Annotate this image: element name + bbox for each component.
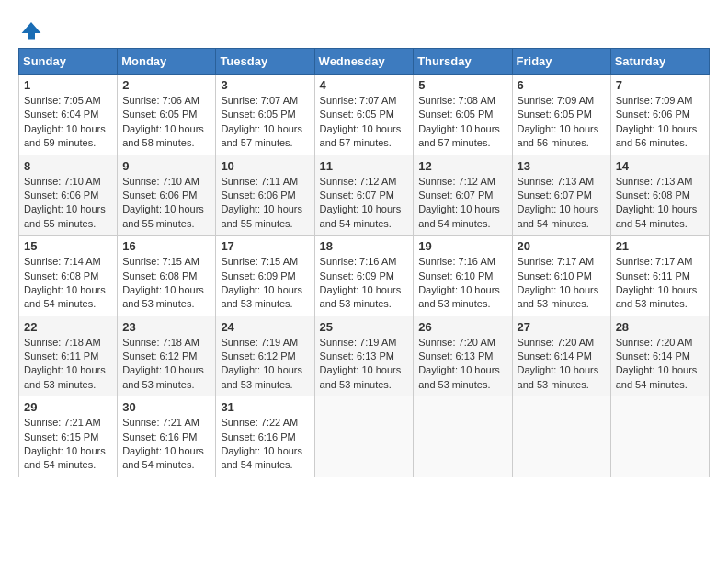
day-info: Sunrise: 7:13 AM Sunset: 6:08 PM Dayligh… <box>616 175 704 232</box>
day-info: Sunrise: 7:15 AM Sunset: 6:08 PM Dayligh… <box>122 255 210 312</box>
day-header-friday: Friday <box>512 49 610 75</box>
day-number: 13 <box>518 159 606 173</box>
day-number: 27 <box>518 320 606 334</box>
calendar-cell: 9 Sunrise: 7:10 AM Sunset: 6:06 PM Dayli… <box>118 155 216 236</box>
day-number: 7 <box>616 78 704 92</box>
day-info: Sunrise: 7:12 AM Sunset: 6:07 PM Dayligh… <box>320 175 409 232</box>
day-info: Sunrise: 7:17 AM Sunset: 6:11 PM Dayligh… <box>616 255 704 312</box>
day-header-tuesday: Tuesday <box>216 49 314 75</box>
calendar-cell: 14 Sunrise: 7:13 AM Sunset: 6:08 PM Dayl… <box>610 155 709 236</box>
day-number: 21 <box>616 239 704 253</box>
calendar-week-2: 8 Sunrise: 7:10 AM Sunset: 6:06 PM Dayli… <box>19 155 710 236</box>
calendar-cell: 24 Sunrise: 7:19 AM Sunset: 6:12 PM Dayl… <box>216 316 314 396</box>
day-number: 12 <box>418 159 506 173</box>
day-info: Sunrise: 7:19 AM Sunset: 6:12 PM Dayligh… <box>221 336 309 393</box>
day-number: 9 <box>122 159 210 173</box>
calendar-cell: 25 Sunrise: 7:19 AM Sunset: 6:13 PM Dayl… <box>314 316 414 396</box>
day-number: 26 <box>418 320 506 334</box>
day-header-thursday: Thursday <box>414 49 512 75</box>
calendar-cell: 4 Sunrise: 7:07 AM Sunset: 6:05 PM Dayli… <box>314 75 414 155</box>
day-info: Sunrise: 7:16 AM Sunset: 6:09 PM Dayligh… <box>320 255 409 312</box>
calendar-cell: 17 Sunrise: 7:15 AM Sunset: 6:09 PM Dayl… <box>216 236 314 316</box>
day-info: Sunrise: 7:20 AM Sunset: 6:14 PM Dayligh… <box>518 336 606 393</box>
day-number: 8 <box>24 159 112 173</box>
day-info: Sunrise: 7:21 AM Sunset: 6:15 PM Dayligh… <box>24 416 112 473</box>
day-info: Sunrise: 7:18 AM Sunset: 6:11 PM Dayligh… <box>24 336 112 393</box>
day-number: 18 <box>320 239 409 253</box>
calendar-cell: 5 Sunrise: 7:08 AM Sunset: 6:05 PM Dayli… <box>414 75 512 155</box>
day-info: Sunrise: 7:14 AM Sunset: 6:08 PM Dayligh… <box>24 255 112 312</box>
calendar-cell: 31 Sunrise: 7:22 AM Sunset: 6:16 PM Dayl… <box>216 396 314 477</box>
day-number: 30 <box>122 400 210 414</box>
calendar-cell: 15 Sunrise: 7:14 AM Sunset: 6:08 PM Dayl… <box>19 236 118 316</box>
calendar-week-3: 15 Sunrise: 7:14 AM Sunset: 6:08 PM Dayl… <box>19 236 710 316</box>
calendar-cell <box>610 396 709 477</box>
calendar-cell: 23 Sunrise: 7:18 AM Sunset: 6:12 PM Dayl… <box>118 316 216 396</box>
day-info: Sunrise: 7:22 AM Sunset: 6:16 PM Dayligh… <box>221 416 309 473</box>
calendar-cell: 10 Sunrise: 7:11 AM Sunset: 6:06 PM Dayl… <box>216 155 314 236</box>
day-info: Sunrise: 7:10 AM Sunset: 6:06 PM Dayligh… <box>24 175 112 232</box>
day-info: Sunrise: 7:18 AM Sunset: 6:12 PM Dayligh… <box>122 336 210 393</box>
calendar-cell <box>314 396 414 477</box>
day-info: Sunrise: 7:09 AM Sunset: 6:06 PM Dayligh… <box>616 94 704 151</box>
day-info: Sunrise: 7:20 AM Sunset: 6:13 PM Dayligh… <box>418 336 506 393</box>
day-number: 3 <box>221 78 309 92</box>
day-info: Sunrise: 7:15 AM Sunset: 6:09 PM Dayligh… <box>221 255 309 312</box>
day-info: Sunrise: 7:10 AM Sunset: 6:06 PM Dayligh… <box>122 175 210 232</box>
day-number: 15 <box>24 239 112 253</box>
day-info: Sunrise: 7:20 AM Sunset: 6:14 PM Dayligh… <box>616 336 704 393</box>
day-number: 31 <box>221 400 309 414</box>
calendar-cell: 11 Sunrise: 7:12 AM Sunset: 6:07 PM Dayl… <box>314 155 414 236</box>
calendar-header-row: SundayMondayTuesdayWednesdayThursdayFrid… <box>19 49 710 75</box>
day-number: 5 <box>418 78 506 92</box>
calendar-cell: 3 Sunrise: 7:07 AM Sunset: 6:05 PM Dayli… <box>216 75 314 155</box>
calendar-cell: 8 Sunrise: 7:10 AM Sunset: 6:06 PM Dayli… <box>19 155 118 236</box>
day-number: 4 <box>320 78 409 92</box>
day-info: Sunrise: 7:21 AM Sunset: 6:16 PM Dayligh… <box>122 416 210 473</box>
calendar-week-1: 1 Sunrise: 7:05 AM Sunset: 6:04 PM Dayli… <box>19 75 710 155</box>
calendar-cell: 7 Sunrise: 7:09 AM Sunset: 6:06 PM Dayli… <box>610 75 709 155</box>
day-info: Sunrise: 7:16 AM Sunset: 6:10 PM Dayligh… <box>418 255 506 312</box>
calendar-cell: 26 Sunrise: 7:20 AM Sunset: 6:13 PM Dayl… <box>414 316 512 396</box>
day-header-monday: Monday <box>118 49 216 75</box>
day-number: 28 <box>616 320 704 334</box>
calendar-cell: 27 Sunrise: 7:20 AM Sunset: 6:14 PM Dayl… <box>512 316 610 396</box>
day-info: Sunrise: 7:11 AM Sunset: 6:06 PM Dayligh… <box>221 175 309 232</box>
day-info: Sunrise: 7:07 AM Sunset: 6:05 PM Dayligh… <box>320 94 409 151</box>
day-info: Sunrise: 7:12 AM Sunset: 6:07 PM Dayligh… <box>418 175 506 232</box>
day-number: 29 <box>24 400 112 414</box>
day-info: Sunrise: 7:07 AM Sunset: 6:05 PM Dayligh… <box>221 94 309 151</box>
calendar-cell: 20 Sunrise: 7:17 AM Sunset: 6:10 PM Dayl… <box>512 236 610 316</box>
day-number: 10 <box>221 159 309 173</box>
calendar-week-4: 22 Sunrise: 7:18 AM Sunset: 6:11 PM Dayl… <box>19 316 710 396</box>
day-info: Sunrise: 7:13 AM Sunset: 6:07 PM Dayligh… <box>518 175 606 232</box>
day-number: 14 <box>616 159 704 173</box>
day-header-wednesday: Wednesday <box>314 49 414 75</box>
calendar-cell: 16 Sunrise: 7:15 AM Sunset: 6:08 PM Dayl… <box>118 236 216 316</box>
calendar-cell: 13 Sunrise: 7:13 AM Sunset: 6:07 PM Dayl… <box>512 155 610 236</box>
day-number: 2 <box>122 78 210 92</box>
day-number: 25 <box>320 320 409 334</box>
calendar-cell: 19 Sunrise: 7:16 AM Sunset: 6:10 PM Dayl… <box>414 236 512 316</box>
day-info: Sunrise: 7:09 AM Sunset: 6:05 PM Dayligh… <box>518 94 606 151</box>
calendar-cell: 12 Sunrise: 7:12 AM Sunset: 6:07 PM Dayl… <box>414 155 512 236</box>
calendar-cell: 28 Sunrise: 7:20 AM Sunset: 6:14 PM Dayl… <box>610 316 709 396</box>
day-info: Sunrise: 7:17 AM Sunset: 6:10 PM Dayligh… <box>518 255 606 312</box>
day-number: 6 <box>518 78 606 92</box>
calendar-table: SundayMondayTuesdayWednesdayThursdayFrid… <box>18 48 710 477</box>
day-info: Sunrise: 7:08 AM Sunset: 6:05 PM Dayligh… <box>418 94 506 151</box>
day-number: 17 <box>221 239 309 253</box>
calendar-cell: 6 Sunrise: 7:09 AM Sunset: 6:05 PM Dayli… <box>512 75 610 155</box>
day-number: 22 <box>24 320 112 334</box>
calendar-cell: 1 Sunrise: 7:05 AM Sunset: 6:04 PM Dayli… <box>19 75 118 155</box>
page-header <box>18 18 710 40</box>
day-number: 19 <box>418 239 506 253</box>
day-header-sunday: Sunday <box>19 49 118 75</box>
day-info: Sunrise: 7:06 AM Sunset: 6:05 PM Dayligh… <box>122 94 210 151</box>
calendar-cell <box>414 396 512 477</box>
calendar-cell: 21 Sunrise: 7:17 AM Sunset: 6:11 PM Dayl… <box>610 236 709 316</box>
calendar-cell: 30 Sunrise: 7:21 AM Sunset: 6:16 PM Dayl… <box>118 396 216 477</box>
day-header-saturday: Saturday <box>610 49 709 75</box>
day-number: 20 <box>518 239 606 253</box>
day-number: 11 <box>320 159 409 173</box>
